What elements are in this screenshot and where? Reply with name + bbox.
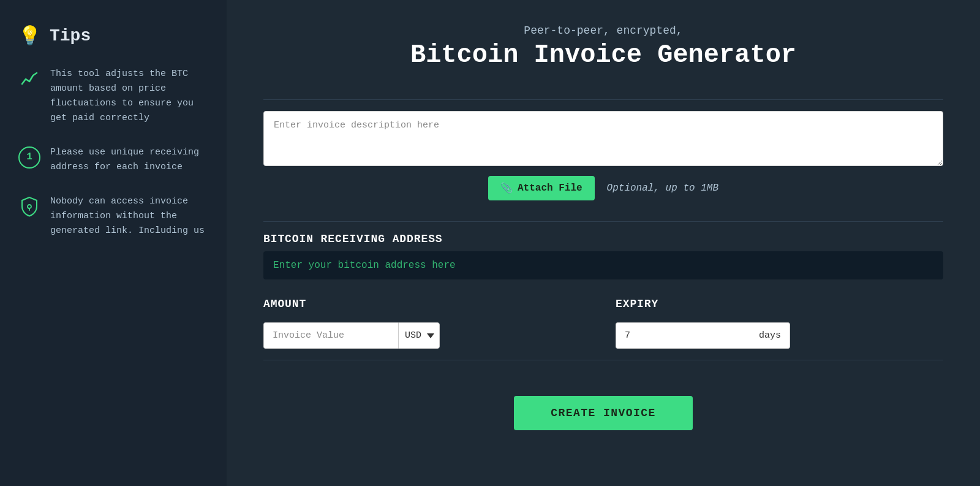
btc-address-input[interactable] — [263, 251, 943, 279]
paperclip-icon: 📎 — [500, 182, 513, 194]
expiry-label: EXPIRY — [616, 298, 943, 310]
chart-icon — [18, 68, 40, 90]
attach-file-label: Attach File — [518, 183, 582, 194]
tip-3: Nobody can access invoice information wi… — [18, 194, 208, 238]
amount-group: AMOUNT USD EUR GBP BTC — [263, 298, 591, 349]
attach-row: 📎 Attach File Optional, up to 1MB — [488, 176, 718, 200]
attach-file-button[interactable]: 📎 Attach File — [488, 176, 595, 200]
tip-3-text: Nobody can access invoice information wi… — [50, 194, 208, 238]
sidebar-title: 💡 Tips — [18, 25, 208, 47]
attach-hint: Optional, up to 1MB — [607, 183, 718, 194]
tip-2: 1 Please use unique receiving address fo… — [18, 145, 208, 175]
page-header: Peer-to-peer, encrypted, Bitcoin Invoice… — [410, 25, 796, 70]
main-content: Peer-to-peer, encrypted, Bitcoin Invoice… — [227, 0, 980, 486]
expiry-unit: days — [750, 322, 790, 349]
bulb-icon: 💡 — [18, 25, 41, 47]
btc-address-section-label: BITCOIN RECEIVING ADDRESS — [263, 233, 943, 245]
amount-value-input[interactable] — [263, 322, 398, 349]
expiry-value-input[interactable] — [616, 322, 750, 349]
top-divider — [263, 99, 943, 100]
amount-expiry-row: AMOUNT USD EUR GBP BTC EXPIRY days — [263, 298, 943, 349]
number-circle-icon: 1 — [18, 146, 40, 169]
expiry-inputs: days — [616, 322, 943, 349]
create-invoice-button[interactable]: CREATE INVOICE — [514, 396, 692, 430]
create-btn-row: CREATE INVOICE — [263, 396, 943, 430]
tip-1: This tool adjusts the BTC amount based o… — [18, 67, 208, 126]
header-title: Bitcoin Invoice Generator — [410, 40, 796, 70]
header-subtitle: Peer-to-peer, encrypted, — [410, 25, 796, 37]
tips-label: Tips — [50, 26, 91, 45]
amount-inputs: USD EUR GBP BTC — [263, 322, 591, 349]
shield-lock-icon — [18, 196, 40, 218]
currency-select[interactable]: USD EUR GBP BTC — [398, 322, 440, 349]
amount-label: AMOUNT — [263, 298, 591, 310]
sidebar: 💡 Tips This tool adjusts the BTC amount … — [0, 0, 227, 486]
description-textarea[interactable] — [263, 111, 943, 166]
create-invoice-label: CREATE INVOICE — [551, 407, 655, 419]
bottom-divider — [263, 360, 943, 360]
mid-divider — [263, 221, 943, 222]
tip-2-text: Please use unique receiving address for … — [50, 145, 208, 175]
tip-1-text: This tool adjusts the BTC amount based o… — [50, 67, 208, 126]
expiry-group: EXPIRY days — [616, 298, 943, 349]
